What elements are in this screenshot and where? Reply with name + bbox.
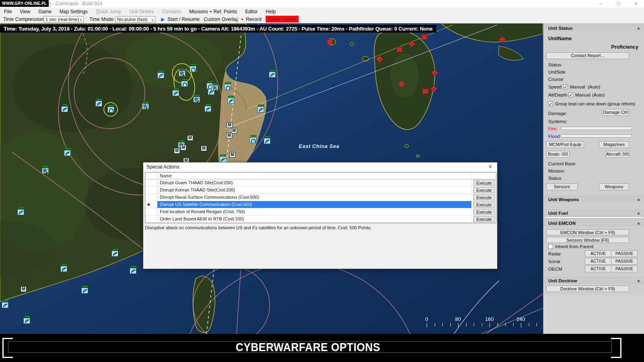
sonar-passive-button[interactable]: PASSIVE <box>611 258 638 265</box>
group-lead-checkbox[interactable]: ✓ <box>548 101 553 106</box>
banner-title: CYBERWARFARE OPTIONS <box>37 340 579 354</box>
emcon-window-button[interactable]: EMCON Window (Ctrl + F9) <box>546 229 629 235</box>
altdepth-auto-label: (Auto) <box>592 93 605 97</box>
menu-item-map-settings[interactable]: Map Settings <box>56 8 92 16</box>
menu-item-missions-ref-points[interactable]: Missions + Ref. Points <box>185 8 241 16</box>
speed-auto-label: (Auto) <box>588 84 600 89</box>
menu-item-game[interactable]: Game <box>34 8 56 16</box>
dialog-close-icon[interactable]: × <box>487 163 494 170</box>
unit-fuel-header[interactable]: Unit Fuel » <box>543 210 644 216</box>
action-name[interactable]: Find location of Ronald Reagan (Cost: 75… <box>157 208 472 215</box>
menu-item-editor[interactable]: Editor <box>241 8 262 16</box>
time-mode-label: Time Mode: <box>89 15 115 23</box>
fire-progress-bar <box>561 127 632 130</box>
magazines-button[interactable]: Magazines <box>599 141 629 148</box>
weapons-button[interactable]: Weapons <box>599 183 629 190</box>
collapse-chevron-icon[interactable]: » <box>636 280 642 283</box>
group-lead-label: Group lead can slow down (group reform) <box>555 101 635 106</box>
selected-row-marker-icon: ▶ <box>148 202 151 206</box>
sensors-button[interactable]: Sensors <box>546 183 578 190</box>
custom-overlay-button[interactable]: Custom Overlay <box>204 15 238 23</box>
special-action-row[interactable]: Disrupt Korean THAAD Site(Cost:200)Execu… <box>145 187 496 194</box>
execute-cell: Execute <box>472 201 496 208</box>
execute-button[interactable]: Execute <box>473 202 495 208</box>
execute-button[interactable]: Execute <box>473 180 495 186</box>
special-action-row[interactable]: Order Land Based AEW to RTB (Cost:100)Ex… <box>145 216 496 223</box>
speed-label: Speed <box>548 84 561 89</box>
unit-emcon-header[interactable]: Unit EMCON » <box>543 220 644 226</box>
collapse-chevron-icon[interactable]: » <box>636 222 642 225</box>
minimize-button[interactable]: − <box>592 0 609 8</box>
doctrine-window-button[interactable]: Doctrine Window (Ctrl + F9) <box>546 286 629 292</box>
oecm-passive-button[interactable]: PASSIVE <box>611 265 638 272</box>
status-2-label: Status <box>548 176 561 181</box>
special-action-row[interactable]: Disrupt Naval Surface Communications (Co… <box>145 194 496 201</box>
unit-weapons-header[interactable]: Unit Weapons » <box>543 196 644 202</box>
action-name[interactable]: Order Land Based AEW to RTB (Cost:100) <box>157 216 472 222</box>
unit-status-header[interactable]: Unit Status » <box>543 25 644 31</box>
action-name[interactable]: Disrupt US Satellite Communication (Cost… <box>157 201 472 208</box>
contact-report-button[interactable]: Contact Report... <box>546 52 629 59</box>
action-name[interactable]: Disrupt Korean THAAD Site(Cost:200) <box>157 187 472 193</box>
record-icon: ● <box>241 15 244 23</box>
dropdown-arrow-icon: ∨ <box>79 17 82 23</box>
mcm-pod-equip-button[interactable]: MCM/Pod Equip <box>546 141 584 148</box>
dialog-title-bar[interactable]: Special Actions × <box>143 162 497 171</box>
execute-button[interactable]: Execute <box>473 187 495 193</box>
close-button[interactable]: × <box>628 0 644 8</box>
scale-label: 240 <box>513 316 529 322</box>
flood-progress-bar <box>561 134 632 138</box>
sonar-active-button[interactable]: ACTIVE <box>585 258 611 265</box>
time-mode-select[interactable]: No-pulse (fast) ∨ <box>115 16 155 23</box>
sidebar-empty-area <box>543 295 644 334</box>
collapse-chevron-icon[interactable]: » <box>636 27 642 30</box>
sensors-window-button[interactable]: Sensors Window (F9) <box>546 237 629 243</box>
scale-tick <box>497 323 498 326</box>
flood-label: Flood <box>548 134 560 139</box>
menu-item-view[interactable]: View <box>16 8 34 16</box>
time-compression-select[interactable]: 1 sec (real-time) ∨ <box>43 16 84 23</box>
boats-button[interactable]: Boats: 0/0 <box>546 151 570 158</box>
game-speed-button[interactable]: Game Speed <box>266 16 299 23</box>
dialog-title: Special Actions <box>147 164 179 170</box>
scale-label: 0 <box>419 316 435 322</box>
oecm-active-button[interactable]: ACTIVE <box>585 265 611 272</box>
special-action-row[interactable]: Find location of Ronald Reagan (Cost: 75… <box>145 208 496 216</box>
execute-cell: Execute <box>472 208 496 215</box>
special-action-row[interactable]: ▶Disrupt US Satellite Communication (Cos… <box>145 201 496 208</box>
execute-button[interactable]: Execute <box>473 209 495 215</box>
execute-button[interactable]: Execute <box>473 194 495 200</box>
damage-ctrl-button[interactable]: Damage Ctrl <box>602 109 629 116</box>
record-button[interactable]: Record <box>246 15 262 23</box>
inherit-from-parent-checkbox[interactable] <box>548 244 553 249</box>
collapse-chevron-icon[interactable]: » <box>636 199 642 202</box>
speed-manual-checkbox[interactable]: ✓ <box>563 84 568 89</box>
radar-active-button[interactable]: ACTIVE <box>585 250 611 257</box>
altdepth-manual-checkbox[interactable]: ✓ <box>568 93 573 97</box>
start-resume-button[interactable]: Start / Resume <box>167 15 200 23</box>
scale-tick <box>482 323 482 326</box>
restore-button[interactable]: □ <box>610 0 626 8</box>
aircraft-button[interactable]: Aircraft: 0/0 <box>605 151 630 158</box>
row-marker-cell <box>145 179 157 186</box>
menu-item-file[interactable]: File <box>0 8 16 16</box>
scale-tick <box>489 323 490 327</box>
scale-label: 160 <box>481 316 497 322</box>
emcon-radar-label: Radar <box>548 251 561 256</box>
altdepth-manual-label: Manual <box>575 93 590 97</box>
action-name[interactable]: Disrupt Guam THAAD Site(Cost:200) <box>157 179 472 186</box>
special-action-row[interactable]: Disrupt Guam THAAD Site(Cost:200)Execute <box>145 179 496 187</box>
scale-tick <box>466 323 466 326</box>
collapse-chevron-icon[interactable]: » <box>636 212 642 215</box>
execute-button[interactable]: Execute <box>473 216 495 222</box>
row-marker-cell <box>145 194 157 201</box>
scale-tick <box>537 323 537 326</box>
inherit-from-parent-label: Inherit from Parent <box>555 244 593 249</box>
mission-label: Mission: <box>548 169 565 173</box>
radar-passive-button[interactable]: PASSIVE <box>611 250 638 257</box>
action-name[interactable]: Disrupt Naval Surface Communications (Co… <box>157 194 472 201</box>
damage-label: Damage: <box>548 111 567 116</box>
speed-manual-label: Manual <box>570 84 585 89</box>
unit-doctrine-header[interactable]: Unit Doctrine » <box>543 277 644 284</box>
menu-item-help[interactable]: Help <box>262 8 280 16</box>
